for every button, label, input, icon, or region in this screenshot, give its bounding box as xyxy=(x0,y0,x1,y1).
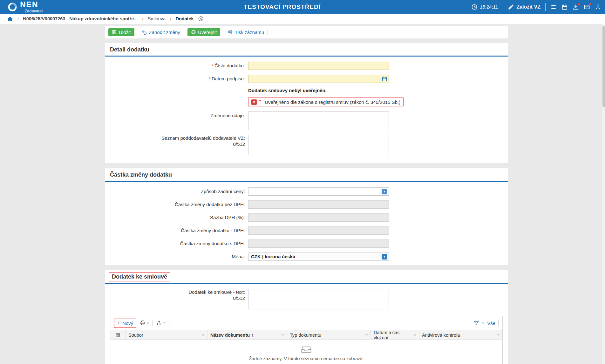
home-button[interactable] xyxy=(7,16,13,22)
field-label: Změněné údaje: xyxy=(105,111,248,120)
downloads-button[interactable] xyxy=(573,4,579,10)
mena-value: CZK | koruna česká xyxy=(251,254,295,259)
field-row-dodatek-text: Dodatek ke smlouvě - text: 0/512 xyxy=(105,289,508,309)
chevron-right-icon[interactable]: › xyxy=(382,254,387,260)
person-icon xyxy=(595,4,601,10)
toolbar-separator xyxy=(153,320,153,326)
column-header-antivirova[interactable]: Antivirová kontrola ▽ xyxy=(419,330,502,340)
action-toolbar: Uložit Zahodit změny Uveřejnit Tisk zázn… xyxy=(105,26,508,38)
dodatek-text-textarea[interactable] xyxy=(248,289,389,309)
field-label: Sazba DPH (%): xyxy=(105,213,248,222)
undo-icon xyxy=(142,30,147,35)
caret-down-icon: ▽ xyxy=(147,321,149,325)
column-filter-icon[interactable]: ▽ xyxy=(412,334,416,337)
show-all-link[interactable]: Vše xyxy=(487,320,495,326)
castka-bez-dph-input xyxy=(248,200,389,209)
calendar-icon xyxy=(382,76,387,82)
field-label: Způsob zadání ceny: xyxy=(105,187,248,196)
printer-icon xyxy=(228,30,233,35)
header-separator xyxy=(503,3,503,11)
documents-table: + Nový ▽ ▽ ▽ Vše xyxy=(110,316,503,364)
datepicker-button[interactable] xyxy=(382,76,387,82)
environment-title: TESTOVACÍ PROSTŘEDÍ xyxy=(244,3,321,10)
section-title-highlight: Dodatek ke smlouvě xyxy=(109,272,170,281)
field-row-sazba-dph: Sazba DPH (%): xyxy=(105,213,508,222)
column-header-typ[interactable]: Typ dokumentu ▽ xyxy=(287,330,371,340)
sazba-dph-input xyxy=(248,213,389,222)
zpusob-zadani-dropdown[interactable]: ▾ xyxy=(248,187,389,196)
field-row-seznam-poddodavatelu: Seznam poddodavatelů dodavatele VZ: 0/51… xyxy=(105,135,508,155)
castka-s-dph-input xyxy=(248,239,389,248)
field-label: *Datum podpisu: xyxy=(105,75,248,83)
page: NEN Zadavatel TESTOVACÍ PROSTŘEDÍ 15:24:… xyxy=(0,0,605,364)
notification-dot xyxy=(577,3,580,6)
field-label: Měna: xyxy=(105,253,248,261)
seznam-poddodavatelu-textarea[interactable] xyxy=(248,135,389,155)
field-label: Částka změny dodatku bez DPH: xyxy=(105,200,248,209)
nen-logo-icon xyxy=(8,2,17,12)
filter-button[interactable] xyxy=(473,320,479,326)
field-row-s-dph: Částka změny dodatku s DPH: xyxy=(105,239,508,248)
field-row-cislo-dodatku: *Číslo dodatku: xyxy=(105,62,508,70)
field-row-zmenene-udaje: Změněné údaje: xyxy=(105,111,508,130)
column-filter-icon[interactable]: ▽ xyxy=(364,334,368,337)
toolbar-separator xyxy=(138,29,138,35)
print-table-button[interactable]: ▽ xyxy=(140,320,149,326)
breadcrumb-item-procurement[interactable]: N006/25/V00007263 - Nákup zdravotnického… xyxy=(23,16,138,21)
print-record-button[interactable]: Tisk záznamu xyxy=(228,30,264,35)
column-header-soubor[interactable]: Soubor ▽ xyxy=(126,330,207,340)
create-vz-button[interactable]: Založit VZ xyxy=(508,4,540,10)
clock-time: 15:24:11 xyxy=(480,4,498,10)
unchecked-x-icon: ✕ xyxy=(251,99,257,105)
breadcrumb-item-smlouva[interactable]: Smlouva xyxy=(148,16,166,21)
columns-icon xyxy=(115,333,120,338)
nen-logo: NEN Zadavatel xyxy=(8,1,43,13)
messages-button[interactable] xyxy=(584,4,590,10)
vertical-scrollbar[interactable] xyxy=(602,24,605,364)
pencil-icon xyxy=(508,4,514,10)
datum-podpisu-input[interactable] xyxy=(248,75,389,83)
plus-icon: + xyxy=(117,321,120,325)
char-counter: 0/512 xyxy=(105,141,245,147)
column-header-datum[interactable]: Datum a čas vložení ▽ xyxy=(371,330,419,340)
required-marker: * xyxy=(209,76,211,81)
publish-button[interactable]: Uveřejnit xyxy=(187,28,220,36)
empty-message: Žádné záznamy. V tomto seznamu nemáme co… xyxy=(249,356,364,361)
save-icon xyxy=(112,30,117,35)
clock-icon xyxy=(471,4,478,10)
chevron-down-icon[interactable]: ▾ xyxy=(382,189,387,194)
session-clock: 15:24:11 xyxy=(471,4,498,10)
menu-button[interactable] xyxy=(550,4,557,10)
discard-changes-button[interactable]: Zahodit změny xyxy=(142,30,180,35)
cislo-dodatku-input[interactable] xyxy=(248,62,389,70)
save-button[interactable]: Uložit xyxy=(108,28,134,36)
column-header-nazev[interactable]: Název dokumentu ↑ ▽ xyxy=(207,330,287,340)
zmenene-udaje-textarea[interactable] xyxy=(248,111,389,130)
close-tab-button[interactable] xyxy=(198,16,204,22)
calendar-icon xyxy=(561,4,568,10)
toolbar-separator xyxy=(224,29,224,35)
registry-checkbox-label: Uveřejněno dle zákona o registru smluv (… xyxy=(265,99,400,105)
funnel-icon xyxy=(473,320,479,326)
field-label: *Číslo dodatku: xyxy=(105,62,248,70)
column-filter-icon[interactable]: ▽ xyxy=(280,334,284,337)
column-filter-icon[interactable]: ▽ xyxy=(495,334,500,337)
user-profile-button[interactable] xyxy=(595,4,601,10)
new-document-button[interactable]: + Nový xyxy=(114,319,136,328)
field-label: Částka změny dodatku - DPH: xyxy=(105,226,248,235)
char-counter: 0/512 xyxy=(105,295,245,301)
section-castka-zmeny: Částka změny dodatku Způsob zadání ceny:… xyxy=(105,168,508,265)
field-row-zpusob-zadani: Způsob zadání ceny: ▾ xyxy=(105,187,508,196)
scrollbar-thumb[interactable] xyxy=(602,26,605,107)
mena-field[interactable]: CZK | koruna česká › xyxy=(248,253,389,261)
documents-table-empty-state: Žádné záznamy. V tomto seznamu nemáme co… xyxy=(110,340,502,364)
notification-dot xyxy=(588,3,591,6)
registry-publish-checkbox[interactable]: ✕ * Uveřejněno dle zákona o registru sml… xyxy=(248,98,404,106)
documents-table-header: Soubor ▽ Název dokumentu ↑ ▽ Typ dokumen… xyxy=(110,330,502,340)
export-table-button[interactable]: ▽ xyxy=(156,320,166,326)
section-detail-dodatku: Detail dodatku *Číslo dodatku: *Datum po… xyxy=(105,43,508,163)
calendar-button[interactable] xyxy=(561,4,568,10)
column-settings-button[interactable] xyxy=(110,330,126,340)
printer-icon xyxy=(140,320,146,326)
column-filter-icon[interactable]: ▽ xyxy=(200,334,204,337)
